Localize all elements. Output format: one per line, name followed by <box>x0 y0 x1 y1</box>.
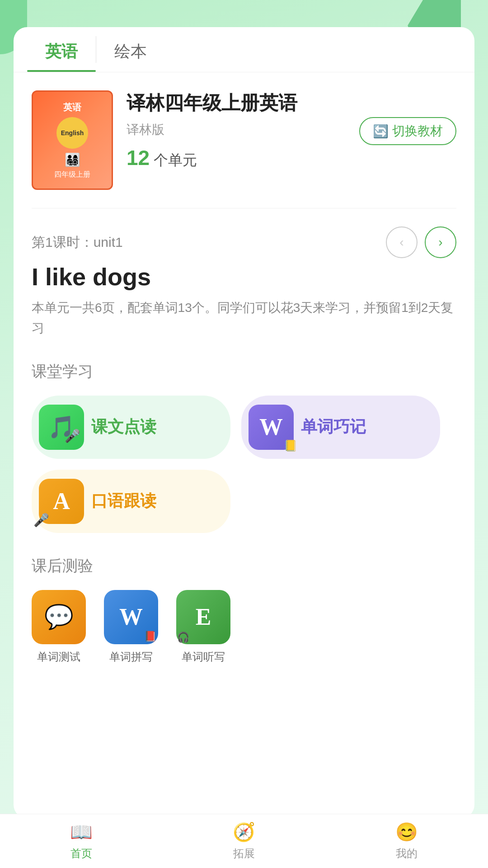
tab-english-label: 英语 <box>45 42 78 61</box>
word-dictation-button[interactable]: E 🎧 单词听写 <box>176 590 230 664</box>
word-memory-icon: W 📒 <box>249 405 294 450</box>
word-spelling-label: 单词拼写 <box>109 650 153 664</box>
tab-picture-book[interactable]: 绘本 <box>96 27 165 72</box>
cover-grade: 四年级上册 <box>54 170 90 179</box>
unit-count: 12 个单元 <box>127 146 456 170</box>
word-test-button[interactable]: 💬 单词测试 <box>32 590 86 664</box>
lesson-section: 第1课时：unit1 ‹ › I like dogs 本单元一共6页，配套单词1… <box>14 213 474 352</box>
bottom-nav: 📖 首页 🧭 拓展 😊 我的 <box>0 814 488 868</box>
w-letter-icon-2: W <box>119 604 143 630</box>
word-test-label: 单词测试 <box>37 650 80 664</box>
lesson-reading-button[interactable]: 🎵 🎤 课文点读 <box>32 396 230 459</box>
expand-label: 拓展 <box>233 846 255 861</box>
word-test-icon: 💬 <box>32 590 86 644</box>
notebook-icon: 📒 <box>284 439 297 452</box>
lesson-title: I like dogs <box>32 263 456 291</box>
classroom-grid: 🎵 🎤 课文点读 W 📒 单词巧记 A 🎤 口语跟读 <box>14 387 474 542</box>
chat-icon: 💬 <box>44 603 74 631</box>
nav-mine[interactable]: 😊 我的 <box>395 821 418 861</box>
mine-label: 我的 <box>396 846 418 861</box>
textbook-publisher: 译林版 <box>127 121 164 138</box>
switch-icon: 🔄 <box>373 124 389 139</box>
nav-buttons: ‹ › <box>386 226 456 258</box>
lesson-label: 第1课时：unit1 <box>32 233 123 252</box>
word-spelling-button[interactable]: W 📕 单词拼写 <box>104 590 158 664</box>
prev-lesson-button[interactable]: ‹ <box>386 226 418 258</box>
tab-english[interactable]: 英语 <box>27 27 96 72</box>
cover-english-badge: English <box>56 117 88 149</box>
word-spelling-icon: W 📕 <box>104 590 158 644</box>
e-letter-icon: E <box>196 604 211 630</box>
cover-illustration: 👨‍👩‍👧‍👦 <box>65 152 80 167</box>
mic-icon: 🎤 <box>65 429 80 443</box>
divider-1 <box>32 208 456 208</box>
lesson-reading-label: 课文点读 <box>91 416 156 438</box>
afterclass-section: 课后测验 💬 单词测试 W 📕 单词拼写 E <box>14 542 474 682</box>
word-memory-label: 单词巧记 <box>301 416 366 438</box>
headphone-icon: 🎧 <box>177 632 189 643</box>
a-letter-icon: A <box>53 488 70 514</box>
textbook-info: 译林四年级上册英语 译林版 🔄 切换教材 12 个单元 <box>127 90 456 170</box>
tab-bar: 英语 绘本 <box>14 27 474 72</box>
home-label: 首页 <box>70 846 92 861</box>
oral-reading-button[interactable]: A 🎤 口语跟读 <box>32 470 230 533</box>
textbook-section: 英语 English 👨‍👩‍👧‍👦 四年级上册 译林四年级上册英语 译林版 🔄… <box>14 72 474 203</box>
unit-count-label: 个单元 <box>154 152 197 168</box>
oral-reading-icon: A 🎤 <box>39 479 84 524</box>
lesson-description: 本单元一共6页，配套单词13个。同学们可以花3天来学习，并预留1到2天复习 <box>32 298 456 339</box>
cover-en-text: English <box>61 129 84 137</box>
smiley-icon: 😊 <box>395 821 418 843</box>
word-dictation-icon: E 🎧 <box>176 590 230 644</box>
main-card: 英语 绘本 英语 English 👨‍👩‍👧‍👦 四年级上册 译林四年级上册英语… <box>14 27 474 818</box>
music-icon: 🎵 🎤 <box>48 415 75 440</box>
compass-icon: 🧭 <box>233 821 255 843</box>
book-icon: 📕 <box>144 631 156 642</box>
unit-count-number: 12 <box>127 146 150 170</box>
cover-cn-title: 英语 <box>63 101 81 113</box>
home-icon: 📖 <box>70 821 93 843</box>
tab-picture-book-label: 绘本 <box>114 42 147 61</box>
lesson-header: 第1课时：unit1 ‹ › <box>32 226 456 258</box>
afterclass-grid: 💬 单词测试 W 📕 单词拼写 E 🎧 单词听写 <box>32 581 456 673</box>
switch-textbook-button[interactable]: 🔄 切换教材 <box>359 117 456 145</box>
w-letter-icon: W <box>259 414 283 440</box>
next-lesson-button[interactable]: › <box>425 226 456 258</box>
lesson-reading-icon: 🎵 🎤 <box>39 405 84 450</box>
textbook-cover: 英语 English 👨‍👩‍👧‍👦 四年级上册 <box>32 90 113 190</box>
classroom-section-label: 课堂学习 <box>14 352 474 387</box>
oral-reading-label: 口语跟读 <box>91 490 156 512</box>
switch-button-label: 切换教材 <box>392 123 443 140</box>
afterclass-section-label: 课后测验 <box>32 551 456 581</box>
mic-icon-2: 🎤 <box>33 513 49 528</box>
textbook-title: 译林四年级上册英语 <box>127 90 456 116</box>
word-dictation-label: 单词听写 <box>182 650 225 664</box>
nav-expand[interactable]: 🧭 拓展 <box>233 821 255 861</box>
word-memory-button[interactable]: W 📒 单词巧记 <box>241 396 440 459</box>
nav-home[interactable]: 📖 首页 <box>70 821 93 861</box>
